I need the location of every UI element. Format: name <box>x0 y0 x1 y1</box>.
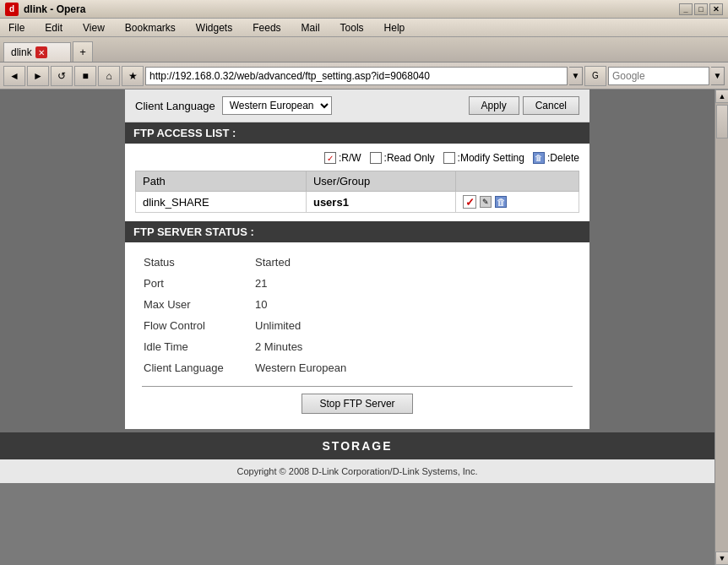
menu-help[interactable]: Help <box>379 20 410 35</box>
title-bar: d dlink - Opera _ □ ✕ <box>0 0 728 19</box>
status-value-status: Started <box>248 253 578 272</box>
new-tab-button[interactable]: + <box>73 41 93 62</box>
status-row-flowcontrol: Flow Control Unlimited <box>137 316 578 335</box>
status-row-port: Port 21 <box>137 274 578 293</box>
col-user-group: User/Group <box>306 171 456 192</box>
app-icon: d <box>5 3 19 16</box>
scrollbar: ▲ ▼ <box>714 90 728 565</box>
legend-rw: ✓ :R/W <box>324 152 361 164</box>
window-controls: _ □ ✕ <box>679 3 723 15</box>
status-row-maxuser: Max User 10 <box>137 295 578 314</box>
page-content: Client Language Western European UTF-8 A… <box>0 90 714 483</box>
modify-checkbox-icon <box>443 152 455 164</box>
go-button[interactable]: G <box>584 66 606 86</box>
tab-label: dlink <box>11 46 32 58</box>
tab-close-button[interactable]: ✕ <box>35 46 47 58</box>
action-cell: ✓ ✎ 🗑 <box>463 195 572 209</box>
cancel-button[interactable]: Cancel <box>523 96 579 115</box>
stop-button[interactable]: ■ <box>74 66 96 86</box>
delete-button[interactable]: 🗑 <box>495 196 507 208</box>
menu-file[interactable]: File <box>3 20 30 35</box>
menu-view[interactable]: View <box>78 20 110 35</box>
delete-trash-icon: 🗑 <box>533 152 545 164</box>
edit-button[interactable]: ✎ <box>480 196 492 208</box>
legend-modify: :Modify Setting <box>443 152 524 164</box>
menu-bar: File Edit View Bookmarks Widgets Feeds M… <box>0 19 728 37</box>
status-value-idletime: 2 Minutes <box>248 337 578 356</box>
menu-feeds[interactable]: Feeds <box>247 20 285 35</box>
legend-readonly-label: :Read Only <box>384 152 435 164</box>
rw-check-mark: ✓ <box>465 196 475 209</box>
status-row-idletime: Idle Time 2 Minutes <box>137 337 578 356</box>
legend-rw-label: :R/W <box>339 152 361 164</box>
col-path: Path <box>136 171 307 192</box>
status-value-maxuser: 10 <box>248 295 578 314</box>
maximize-button[interactable]: □ <box>694 3 708 15</box>
nav-bar: ◄ ► ↺ ■ ⌂ ★ ▼ G ▼ <box>0 62 728 90</box>
menu-tools[interactable]: Tools <box>335 20 369 35</box>
main-area: Client Language Western European UTF-8 A… <box>0 90 728 565</box>
status-label-flowcontrol: Flow Control <box>137 316 247 335</box>
storage-footer: STORAGE <box>0 432 714 459</box>
client-language-select[interactable]: Western European UTF-8 <box>222 96 332 115</box>
ftp-access-header: FTP ACCESS LIST : <box>125 122 589 144</box>
apply-button[interactable]: Apply <box>469 96 519 115</box>
access-table: Path User/Group dlink_SHARE users1 <box>135 171 579 213</box>
rw-action-checkbox[interactable]: ✓ <box>463 195 476 209</box>
settings-panel: Client Language Western European UTF-8 A… <box>125 90 589 429</box>
stop-ftp-button[interactable]: Stop FTP Server <box>302 394 412 414</box>
forward-button[interactable]: ► <box>27 66 49 86</box>
menu-mail[interactable]: Mail <box>296 20 325 35</box>
ftp-status-header: FTP SERVER STATUS : <box>125 221 589 242</box>
menu-edit[interactable]: Edit <box>40 20 68 35</box>
search-dropdown-button[interactable]: ▼ <box>711 67 725 85</box>
copyright: Copyright © 2008 D-Link Corporation/D-Li… <box>0 459 714 483</box>
row-user-group: users1 <box>306 192 456 213</box>
url-input[interactable] <box>145 67 568 85</box>
scrollbar-track[interactable] <box>715 103 728 551</box>
ftp-access-section: ✓ :R/W :Read Only :Modify Setting 🗑 <box>125 144 589 221</box>
status-row-status: Status Started <box>137 253 578 272</box>
status-label-status: Status <box>137 253 247 272</box>
reload-button[interactable]: ↺ <box>51 66 73 86</box>
scroll-up-button[interactable]: ▲ <box>715 90 728 103</box>
scroll-down-button[interactable]: ▼ <box>715 551 728 565</box>
legend-delete: 🗑 :Delete <box>533 152 579 164</box>
close-button[interactable]: ✕ <box>709 3 723 15</box>
readonly-checkbox-icon <box>370 152 382 164</box>
status-value-flowcontrol: Unlimited <box>248 316 578 335</box>
access-legend: ✓ :R/W :Read Only :Modify Setting 🗑 <box>135 152 579 164</box>
legend-modify-label: :Modify Setting <box>458 152 524 164</box>
row-actions: ✓ ✎ 🗑 <box>456 192 579 213</box>
legend-readonly: :Read Only <box>370 152 435 164</box>
window-title: dlink - Opera <box>24 3 85 15</box>
back-button[interactable]: ◄ <box>3 66 25 86</box>
status-label-idletime: Idle Time <box>137 337 247 356</box>
scrollbar-thumb[interactable] <box>716 105 728 139</box>
col-actions <box>456 171 579 192</box>
rw-checkbox-icon: ✓ <box>324 152 336 164</box>
ftp-status-section: Status Started Port 21 Max User 10 <box>125 242 589 429</box>
status-row-clientlang: Client Language Western European <box>137 358 578 378</box>
client-language-row: Client Language Western European UTF-8 A… <box>125 90 589 122</box>
status-label-clientlang: Client Language <box>137 358 247 378</box>
tab-bar: dlink ✕ + <box>0 37 728 62</box>
minimize-button[interactable]: _ <box>679 3 693 15</box>
status-table: Status Started Port 21 Max User 10 <box>135 251 579 379</box>
row-path: dlink_SHARE <box>136 192 307 213</box>
bookmark-button[interactable]: ★ <box>122 66 144 86</box>
search-input[interactable] <box>608 67 709 85</box>
status-label-port: Port <box>137 274 247 293</box>
browser-tab[interactable]: dlink ✕ <box>3 42 71 62</box>
status-label-maxuser: Max User <box>137 295 247 314</box>
client-language-label: Client Language <box>135 100 215 112</box>
table-row: dlink_SHARE users1 ✓ ✎ 🗑 <box>136 192 579 213</box>
status-value-port: 21 <box>248 274 578 293</box>
status-value-clientlang: Western European <box>248 358 578 378</box>
home-button[interactable]: ⌂ <box>98 66 120 86</box>
divider <box>142 386 573 387</box>
content-wrapper: Client Language Western European UTF-8 A… <box>0 90 714 565</box>
url-dropdown-button[interactable]: ▼ <box>569 67 583 85</box>
menu-bookmarks[interactable]: Bookmarks <box>120 20 181 35</box>
menu-widgets[interactable]: Widgets <box>191 20 237 35</box>
